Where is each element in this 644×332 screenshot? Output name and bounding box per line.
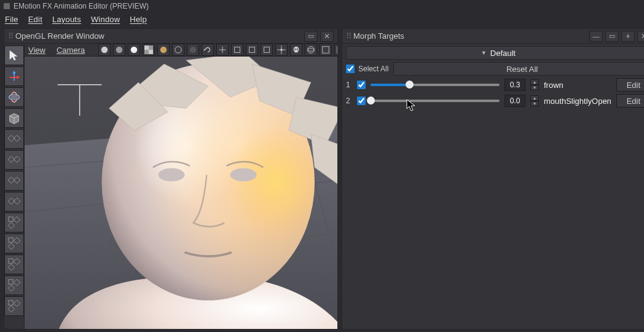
morph-panel-title: Morph Targets bbox=[353, 31, 404, 41]
svg-rect-33 bbox=[14, 300, 20, 306]
select-all-checkbox[interactable]: Select All bbox=[346, 65, 388, 73]
select-all-input[interactable] bbox=[346, 65, 355, 73]
layout-split-a-icon[interactable] bbox=[320, 44, 332, 56]
shading-checker-icon[interactable] bbox=[143, 44, 155, 56]
skull-icon[interactable] bbox=[290, 44, 302, 56]
svg-point-36 bbox=[131, 47, 138, 53]
reset-all-button[interactable]: Reset All bbox=[393, 62, 644, 76]
svg-point-43 bbox=[190, 47, 197, 53]
shading-matcap-icon[interactable] bbox=[157, 44, 170, 56]
spinner-up-icon[interactable]: ▲ bbox=[530, 79, 539, 85]
shading-solid-icon[interactable] bbox=[98, 44, 111, 56]
camera-menu[interactable]: Camera bbox=[57, 45, 85, 55]
morph-spinner[interactable]: ▲▼ bbox=[530, 79, 539, 90]
svg-rect-25 bbox=[9, 259, 13, 263]
morph-min-button[interactable]: — bbox=[589, 31, 603, 42]
svg-point-56 bbox=[297, 49, 298, 50]
grid-diamond-d[interactable] bbox=[4, 275, 24, 295]
morph-close-button[interactable]: ✕ bbox=[637, 31, 644, 42]
diamond-pair-b[interactable] bbox=[4, 150, 24, 170]
section-title: Default bbox=[490, 49, 516, 58]
spinner-down-icon[interactable]: ▼ bbox=[530, 101, 539, 106]
morph-row-checkbox[interactable] bbox=[357, 81, 366, 89]
move-gizmo-tool[interactable] bbox=[4, 66, 24, 86]
morph-value[interactable]: 0.3 bbox=[505, 79, 525, 91]
morph-slider[interactable] bbox=[371, 97, 500, 105]
svg-point-35 bbox=[116, 47, 123, 53]
morph-name: mouthSlightlyOpen bbox=[544, 97, 611, 106]
morph-value[interactable]: 0.0 bbox=[505, 95, 525, 107]
svg-point-37 bbox=[132, 48, 135, 50]
pointer-tool[interactable] bbox=[4, 45, 24, 65]
diamond-pair-a[interactable] bbox=[4, 129, 24, 149]
svg-rect-21 bbox=[14, 216, 20, 223]
diamond-pair-c[interactable] bbox=[4, 171, 24, 191]
morph-row-index: 2 bbox=[346, 97, 352, 105]
spinner-up-icon[interactable]: ▲ bbox=[530, 95, 539, 101]
svg-point-55 bbox=[294, 49, 296, 50]
morph-slider[interactable] bbox=[371, 81, 500, 89]
menu-edit[interactable]: Edit bbox=[28, 15, 42, 24]
view-ortho-icon[interactable] bbox=[216, 44, 229, 56]
morph-row-checkbox[interactable] bbox=[357, 97, 366, 105]
grid-diamond-b[interactable] bbox=[4, 234, 24, 253]
svg-rect-31 bbox=[9, 301, 13, 305]
app-icon bbox=[4, 3, 10, 9]
grid-diamond-e[interactable] bbox=[4, 296, 24, 316]
morph-targets-panel: ⠿ Morph Targets — ▭ ✕ ▼ Default Select A… bbox=[342, 28, 644, 330]
spinner-down-icon[interactable]: ▼ bbox=[530, 85, 539, 90]
globe-icon[interactable] bbox=[305, 44, 317, 56]
morph-spinner[interactable]: ▲▼ bbox=[530, 95, 539, 106]
viewport-3d[interactable]: Perspective bbox=[25, 57, 337, 329]
render-panel-title: OpenGL Render Window bbox=[15, 31, 104, 41]
morph-row: 10.3▲▼frownEdit bbox=[346, 78, 644, 92]
diamond-pair-d[interactable] bbox=[4, 192, 24, 211]
layout-split-b-icon[interactable] bbox=[334, 44, 337, 56]
gizmo-icon[interactable] bbox=[275, 44, 288, 56]
view-front-icon[interactable] bbox=[261, 44, 273, 56]
render-panel-restore-button[interactable]: ▭ bbox=[304, 31, 318, 42]
shading-smooth-icon[interactable] bbox=[113, 44, 125, 56]
svg-point-34 bbox=[101, 47, 108, 53]
window-titlebar: EMotion FX Animation Editor (PREVIEW) bbox=[0, 0, 644, 12]
svg-point-92 bbox=[230, 168, 257, 181]
svg-rect-49 bbox=[264, 47, 270, 53]
svg-rect-39 bbox=[144, 45, 149, 50]
view-menu[interactable]: View bbox=[28, 45, 45, 55]
menu-layouts[interactable]: Layouts bbox=[52, 15, 81, 24]
cube-tool[interactable] bbox=[4, 108, 24, 128]
render-panel-close-button[interactable]: ✕ bbox=[320, 31, 334, 42]
menu-file[interactable]: File bbox=[5, 15, 18, 24]
shading-unlit-icon[interactable] bbox=[187, 44, 199, 56]
svg-rect-40 bbox=[149, 50, 153, 54]
morph-restore-button[interactable]: ▭ bbox=[605, 31, 619, 42]
view-left-icon[interactable] bbox=[231, 44, 243, 56]
menu-help[interactable]: Help bbox=[130, 15, 147, 24]
shading-wire-icon[interactable] bbox=[172, 44, 184, 56]
shading-lit-icon[interactable] bbox=[128, 44, 140, 56]
svg-rect-23 bbox=[8, 243, 14, 249]
svg-marker-3 bbox=[17, 76, 20, 79]
morph-pin-button[interactable] bbox=[621, 31, 635, 42]
grid-diamond-c[interactable] bbox=[4, 255, 24, 274]
svg-rect-26 bbox=[8, 264, 14, 270]
morph-name: frown bbox=[544, 81, 611, 90]
svg-rect-59 bbox=[323, 47, 329, 53]
view-reset-icon[interactable] bbox=[202, 44, 214, 56]
grid-diamond-a[interactable] bbox=[4, 213, 24, 232]
svg-rect-29 bbox=[8, 285, 14, 291]
menu-window[interactable]: Window bbox=[91, 15, 120, 24]
svg-rect-22 bbox=[9, 238, 13, 242]
svg-point-57 bbox=[308, 47, 315, 53]
morph-edit-button[interactable]: Edit bbox=[616, 78, 644, 92]
view-right-icon[interactable] bbox=[246, 44, 258, 56]
section-header-default[interactable]: ▼ Default bbox=[346, 46, 644, 60]
orbit-tool[interactable] bbox=[4, 87, 24, 107]
svg-rect-24 bbox=[14, 237, 20, 243]
disclosure-triangle-icon: ▼ bbox=[481, 50, 487, 56]
select-all-label: Select All bbox=[358, 65, 388, 73]
grip-icon: ⠿ bbox=[8, 31, 12, 41]
grip-icon: ⠿ bbox=[346, 31, 350, 41]
morph-edit-button[interactable]: Edit bbox=[616, 94, 644, 108]
svg-point-91 bbox=[158, 168, 184, 181]
